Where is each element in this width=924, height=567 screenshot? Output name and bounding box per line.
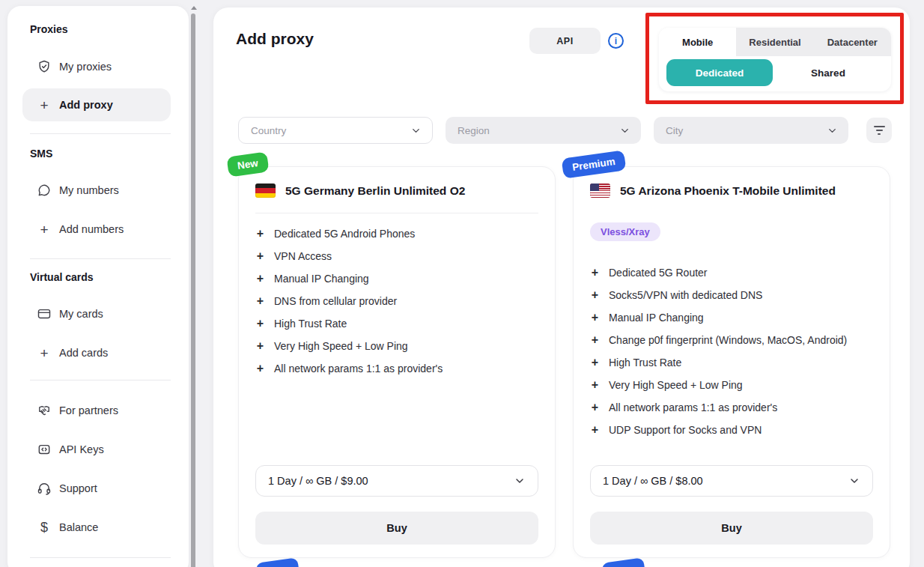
sidebar-item-my-proxies[interactable]: My proxies <box>22 58 171 76</box>
shield-check-icon <box>36 58 52 75</box>
sidebar-item-balance[interactable]: $ Balance <box>22 518 171 536</box>
sidebar-item-label: My cards <box>59 308 103 320</box>
app-screen: Proxies My proxies + Add proxy SMS My nu… <box>0 0 924 567</box>
sidebar-item-label: Balance <box>59 521 98 533</box>
scrollbar-thumb[interactable] <box>191 13 195 567</box>
plus-icon: + <box>590 378 600 392</box>
sidebar-section-virtual-cards: Virtual cards <box>30 271 94 283</box>
plus-icon: + <box>255 249 265 263</box>
sidebar: Proxies My proxies + Add proxy SMS My nu… <box>7 6 189 567</box>
chevron-down-icon <box>619 125 630 136</box>
chevron-down-icon <box>827 125 838 136</box>
api-button[interactable]: API <box>529 28 601 54</box>
feature-item: +Dedicated 5G Android Phones <box>255 222 543 245</box>
plus-icon: + <box>590 266 600 279</box>
sidebar-item-label: API Keys <box>59 443 104 455</box>
feature-item: +Socks5/VPN with dedicated DNS <box>590 284 878 306</box>
subtab-shared[interactable]: Shared <box>773 59 884 86</box>
sidebar-item-for-partners[interactable]: For partners <box>22 401 171 419</box>
feature-item: +Change p0f fingerprint (Windows, MacOS,… <box>590 329 878 351</box>
plus-icon: + <box>255 227 265 240</box>
region-select[interactable]: Region <box>446 117 641 144</box>
country-select-placeholder: Country <box>251 125 286 136</box>
card-title: 5G Germany Berlin Unlimited O2 <box>285 184 465 198</box>
sidebar-section-sms: SMS <box>30 148 52 160</box>
tab-datacenter[interactable]: Datacenter <box>814 28 891 56</box>
feature-item: +UDP Support for Socks and VPN <box>590 419 878 441</box>
sidebar-item-label: For partners <box>59 404 118 416</box>
proxy-card-germany: New 5G Germany Berlin Unlimited O2 +Dedi… <box>238 166 556 558</box>
card-header: 5G Germany Berlin Unlimited O2 <box>255 184 465 198</box>
plus-icon: + <box>255 272 265 285</box>
sidebar-item-label: My numbers <box>59 184 119 196</box>
sidebar-item-my-cards[interactable]: My cards <box>22 305 171 323</box>
plus-icon: + <box>590 288 600 302</box>
partial-badge <box>601 557 645 567</box>
tab-bar: Mobile Residential Datacenter <box>659 28 891 56</box>
feature-item: +High Trust Rate <box>590 351 878 374</box>
scrollbar-up-arrow[interactable] <box>191 6 197 10</box>
chevron-down-icon <box>410 125 422 136</box>
filter-button[interactable] <box>866 118 892 143</box>
proxy-card-arizona: Premium 5G Arizona Phoenix T-Mobile Unli… <box>573 166 890 558</box>
sidebar-section-proxies: Proxies <box>30 23 68 35</box>
chevron-down-icon <box>514 475 526 487</box>
plus-icon: + <box>255 294 265 308</box>
plus-icon: + <box>590 333 600 347</box>
proxy-type-tabs: Mobile Residential Datacenter Dedicated … <box>659 28 891 91</box>
buy-button[interactable]: Buy <box>590 512 873 545</box>
sidebar-item-label: Add cards <box>59 347 108 359</box>
info-icon[interactable]: i <box>608 33 624 49</box>
tab-mobile[interactable]: Mobile <box>659 28 736 56</box>
divider <box>255 213 538 213</box>
plus-icon: + <box>590 311 600 324</box>
feature-item: +Manual IP Changing <box>255 267 543 290</box>
plus-icon: + <box>255 362 265 375</box>
plan-select[interactable]: 1 Day / ∞ GB / $8.00 <box>590 465 873 497</box>
sidebar-item-label: Add numbers <box>59 223 124 235</box>
city-select-placeholder: City <box>666 125 683 136</box>
plus-icon: + <box>255 317 265 330</box>
subtab-dedicated[interactable]: Dedicated <box>666 59 773 86</box>
feature-list: +Dedicated 5G Router +Socks5/VPN with de… <box>590 261 878 441</box>
plus-icon: + <box>590 401 600 414</box>
sidebar-item-label: Support <box>59 482 97 494</box>
divider <box>30 133 171 134</box>
buy-button[interactable]: Buy <box>255 512 538 545</box>
sidebar-scrollbar[interactable] <box>190 1 196 567</box>
main-panel: Add proxy API i Mobile Residential Datac… <box>213 7 910 567</box>
feature-item: +Very High Speed + Low Ping <box>590 374 878 396</box>
sidebar-item-label: My proxies <box>59 61 112 73</box>
sidebar-item-my-numbers[interactable]: My numbers <box>22 181 171 199</box>
code-brackets-icon <box>36 441 52 458</box>
feature-item: +Manual IP Changing <box>590 306 878 329</box>
plus-icon: + <box>590 423 600 437</box>
card-title: 5G Arizona Phoenix T-Mobile Unlimited <box>620 184 836 198</box>
sidebar-item-label: Add proxy <box>59 99 113 111</box>
tab-residential[interactable]: Residential <box>736 28 813 56</box>
plus-icon: + <box>36 97 52 113</box>
plan-select[interactable]: 1 Day / ∞ GB / $9.00 <box>255 465 538 497</box>
sidebar-item-add-numbers[interactable]: + Add numbers <box>22 220 171 238</box>
sidebar-item-add-proxy[interactable]: + Add proxy <box>22 88 171 121</box>
feature-item: +Very High Speed + Low Ping <box>255 335 543 357</box>
sidebar-item-support[interactable]: Support <box>22 479 171 497</box>
plan-select-value: 1 Day / ∞ GB / $9.00 <box>268 475 368 487</box>
divider <box>30 557 171 558</box>
plus-icon: + <box>590 356 600 369</box>
partial-badge <box>255 557 300 567</box>
country-select[interactable]: Country <box>238 117 433 144</box>
handshake-icon <box>36 402 52 419</box>
city-select[interactable]: City <box>654 117 848 144</box>
sidebar-item-add-cards[interactable]: + Add cards <box>22 344 171 362</box>
protocol-tag: Vless/Xray <box>590 222 660 241</box>
plus-icon: + <box>36 221 52 237</box>
feature-item: +All network params 1:1 as provider's <box>590 396 878 419</box>
sidebar-item-api-keys[interactable]: API Keys <box>22 440 171 458</box>
feature-item: +VPN Access <box>255 245 543 267</box>
feature-list: +Dedicated 5G Android Phones +VPN Access… <box>255 222 543 380</box>
feature-item: +Dedicated 5G Router <box>590 261 878 284</box>
page-title: Add proxy <box>236 30 314 48</box>
feature-item: +All network params 1:1 as provider's <box>255 357 543 380</box>
premium-badge: Premium <box>562 150 627 178</box>
